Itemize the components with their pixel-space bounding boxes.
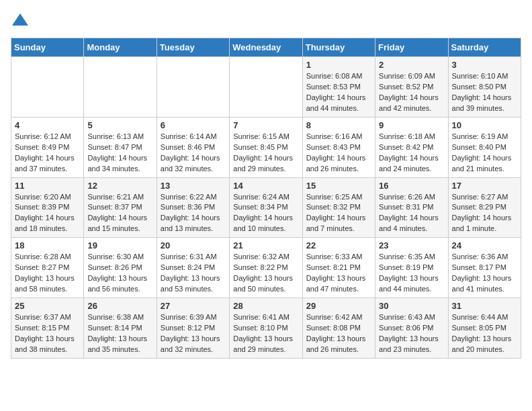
day-number: 13 bbox=[161, 181, 226, 191]
cell-content: Sunrise: 6:21 AM Sunset: 8:37 PM Dayligh… bbox=[87, 192, 152, 235]
calendar-cell: 28Sunrise: 6:41 AM Sunset: 8:10 PM Dayli… bbox=[230, 298, 302, 359]
calendar-cell: 19Sunrise: 6:30 AM Sunset: 8:26 PM Dayli… bbox=[84, 238, 157, 298]
day-header-wednesday: Wednesday bbox=[230, 38, 302, 57]
day-number: 22 bbox=[306, 240, 371, 250]
cell-content: Sunrise: 6:22 AM Sunset: 8:36 PM Dayligh… bbox=[161, 192, 226, 235]
day-number: 7 bbox=[233, 120, 298, 130]
cell-content: Sunrise: 6:13 AM Sunset: 8:47 PM Dayligh… bbox=[87, 132, 152, 175]
day-header-friday: Friday bbox=[375, 38, 448, 57]
day-number: 20 bbox=[161, 240, 226, 250]
calendar-cell: 5Sunrise: 6:13 AM Sunset: 8:47 PM Daylig… bbox=[84, 117, 157, 177]
day-header-tuesday: Tuesday bbox=[157, 38, 229, 57]
day-number: 3 bbox=[452, 60, 517, 70]
day-number: 1 bbox=[306, 60, 371, 70]
cell-content: Sunrise: 6:41 AM Sunset: 8:10 PM Dayligh… bbox=[233, 312, 298, 355]
day-number: 18 bbox=[15, 240, 80, 250]
cell-content: Sunrise: 6:10 AM Sunset: 8:50 PM Dayligh… bbox=[452, 71, 517, 114]
day-number: 5 bbox=[87, 120, 152, 130]
cell-content: Sunrise: 6:37 AM Sunset: 8:15 PM Dayligh… bbox=[15, 312, 80, 355]
calendar-cell bbox=[11, 57, 84, 118]
cell-content: Sunrise: 6:43 AM Sunset: 8:06 PM Dayligh… bbox=[379, 312, 444, 355]
cell-content: Sunrise: 6:12 AM Sunset: 8:49 PM Dayligh… bbox=[15, 132, 80, 175]
day-header-saturday: Saturday bbox=[448, 38, 521, 57]
cell-content: Sunrise: 6:44 AM Sunset: 8:05 PM Dayligh… bbox=[452, 312, 517, 355]
calendar-cell: 13Sunrise: 6:22 AM Sunset: 8:36 PM Dayli… bbox=[157, 177, 229, 238]
day-number: 28 bbox=[233, 301, 298, 311]
day-number: 2 bbox=[379, 60, 444, 70]
day-header-monday: Monday bbox=[84, 38, 157, 57]
cell-content: Sunrise: 6:30 AM Sunset: 8:26 PM Dayligh… bbox=[87, 252, 152, 295]
calendar-cell: 22Sunrise: 6:33 AM Sunset: 8:21 PM Dayli… bbox=[302, 238, 375, 298]
calendar-cell: 3Sunrise: 6:10 AM Sunset: 8:50 PM Daylig… bbox=[448, 57, 521, 118]
day-number: 23 bbox=[379, 240, 444, 250]
calendar-cell: 2Sunrise: 6:09 AM Sunset: 8:52 PM Daylig… bbox=[375, 57, 448, 118]
day-number: 24 bbox=[452, 240, 517, 250]
day-number: 21 bbox=[233, 240, 298, 250]
day-number: 31 bbox=[452, 301, 517, 311]
day-number: 4 bbox=[15, 120, 80, 130]
day-number: 25 bbox=[15, 301, 80, 311]
calendar-cell: 1Sunrise: 6:08 AM Sunset: 8:53 PM Daylig… bbox=[302, 57, 375, 118]
day-number: 14 bbox=[233, 181, 298, 191]
cell-content: Sunrise: 6:24 AM Sunset: 8:34 PM Dayligh… bbox=[233, 192, 298, 235]
cell-content: Sunrise: 6:35 AM Sunset: 8:19 PM Dayligh… bbox=[379, 252, 444, 295]
calendar-cell: 14Sunrise: 6:24 AM Sunset: 8:34 PM Dayli… bbox=[230, 177, 302, 238]
day-number: 15 bbox=[306, 181, 371, 191]
cell-content: Sunrise: 6:26 AM Sunset: 8:31 PM Dayligh… bbox=[379, 192, 444, 235]
cell-content: Sunrise: 6:27 AM Sunset: 8:29 PM Dayligh… bbox=[452, 192, 517, 235]
calendar-cell: 6Sunrise: 6:14 AM Sunset: 8:46 PM Daylig… bbox=[157, 117, 229, 177]
calendar-cell: 24Sunrise: 6:36 AM Sunset: 8:17 PM Dayli… bbox=[448, 238, 521, 298]
logo bbox=[11, 11, 32, 30]
calendar-cell: 9Sunrise: 6:18 AM Sunset: 8:42 PM Daylig… bbox=[375, 117, 448, 177]
cell-content: Sunrise: 6:33 AM Sunset: 8:21 PM Dayligh… bbox=[306, 252, 371, 295]
cell-content: Sunrise: 6:42 AM Sunset: 8:08 PM Dayligh… bbox=[306, 312, 371, 355]
day-number: 29 bbox=[306, 301, 371, 311]
cell-content: Sunrise: 6:32 AM Sunset: 8:22 PM Dayligh… bbox=[233, 252, 298, 295]
svg-marker-0 bbox=[12, 13, 28, 26]
calendar-cell: 11Sunrise: 6:20 AM Sunset: 8:39 PM Dayli… bbox=[11, 177, 84, 238]
calendar-cell bbox=[84, 57, 157, 118]
calendar-cell: 18Sunrise: 6:28 AM Sunset: 8:27 PM Dayli… bbox=[11, 238, 84, 298]
day-number: 11 bbox=[15, 181, 80, 191]
cell-content: Sunrise: 6:08 AM Sunset: 8:53 PM Dayligh… bbox=[306, 71, 371, 114]
day-header-sunday: Sunday bbox=[11, 38, 84, 57]
calendar-cell: 20Sunrise: 6:31 AM Sunset: 8:24 PM Dayli… bbox=[157, 238, 229, 298]
calendar-table: SundayMondayTuesdayWednesdayThursdayFrid… bbox=[11, 38, 521, 359]
calendar-cell bbox=[230, 57, 302, 118]
calendar-cell: 21Sunrise: 6:32 AM Sunset: 8:22 PM Dayli… bbox=[230, 238, 302, 298]
day-number: 8 bbox=[306, 120, 371, 130]
cell-content: Sunrise: 6:20 AM Sunset: 8:39 PM Dayligh… bbox=[15, 192, 80, 235]
calendar-cell: 30Sunrise: 6:43 AM Sunset: 8:06 PM Dayli… bbox=[375, 298, 448, 359]
calendar-cell: 26Sunrise: 6:38 AM Sunset: 8:14 PM Dayli… bbox=[84, 298, 157, 359]
day-header-thursday: Thursday bbox=[302, 38, 375, 57]
cell-content: Sunrise: 6:25 AM Sunset: 8:32 PM Dayligh… bbox=[306, 192, 371, 235]
calendar-cell: 17Sunrise: 6:27 AM Sunset: 8:29 PM Dayli… bbox=[448, 177, 521, 238]
page-header bbox=[11, 11, 521, 30]
calendar-cell: 25Sunrise: 6:37 AM Sunset: 8:15 PM Dayli… bbox=[11, 298, 84, 359]
calendar-cell bbox=[157, 57, 229, 118]
calendar-cell: 7Sunrise: 6:15 AM Sunset: 8:45 PM Daylig… bbox=[230, 117, 302, 177]
calendar-cell: 27Sunrise: 6:39 AM Sunset: 8:12 PM Dayli… bbox=[157, 298, 229, 359]
logo-icon bbox=[11, 11, 30, 30]
calendar-cell: 29Sunrise: 6:42 AM Sunset: 8:08 PM Dayli… bbox=[302, 298, 375, 359]
day-number: 19 bbox=[87, 240, 152, 250]
day-number: 6 bbox=[161, 120, 226, 130]
day-number: 17 bbox=[452, 181, 517, 191]
day-number: 12 bbox=[87, 181, 152, 191]
cell-content: Sunrise: 6:15 AM Sunset: 8:45 PM Dayligh… bbox=[233, 132, 298, 175]
cell-content: Sunrise: 6:39 AM Sunset: 8:12 PM Dayligh… bbox=[161, 312, 226, 355]
day-number: 26 bbox=[87, 301, 152, 311]
day-number: 10 bbox=[452, 120, 517, 130]
calendar-cell: 15Sunrise: 6:25 AM Sunset: 8:32 PM Dayli… bbox=[302, 177, 375, 238]
cell-content: Sunrise: 6:28 AM Sunset: 8:27 PM Dayligh… bbox=[15, 252, 80, 295]
cell-content: Sunrise: 6:31 AM Sunset: 8:24 PM Dayligh… bbox=[161, 252, 226, 295]
day-number: 30 bbox=[379, 301, 444, 311]
day-number: 9 bbox=[379, 120, 444, 130]
cell-content: Sunrise: 6:16 AM Sunset: 8:43 PM Dayligh… bbox=[306, 132, 371, 175]
day-number: 27 bbox=[161, 301, 226, 311]
cell-content: Sunrise: 6:09 AM Sunset: 8:52 PM Dayligh… bbox=[379, 71, 444, 114]
calendar-cell: 12Sunrise: 6:21 AM Sunset: 8:37 PM Dayli… bbox=[84, 177, 157, 238]
calendar-cell: 31Sunrise: 6:44 AM Sunset: 8:05 PM Dayli… bbox=[448, 298, 521, 359]
cell-content: Sunrise: 6:19 AM Sunset: 8:40 PM Dayligh… bbox=[452, 132, 517, 175]
cell-content: Sunrise: 6:36 AM Sunset: 8:17 PM Dayligh… bbox=[452, 252, 517, 295]
